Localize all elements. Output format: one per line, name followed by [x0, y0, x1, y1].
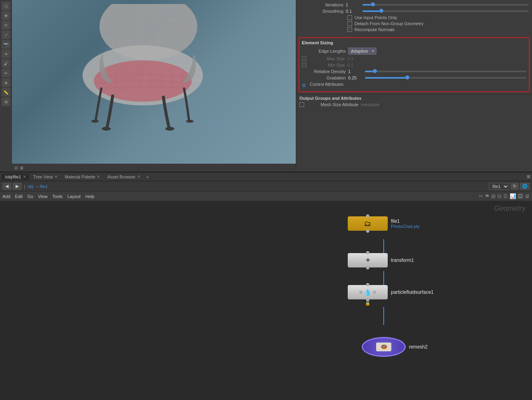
relative-density-slider[interactable]: [365, 71, 526, 72]
node-particle1-box[interactable]: 💧 🔒: [348, 285, 388, 299]
use-input-row: Use Input Points Only: [299, 15, 529, 20]
iterations-value[interactable]: 1: [346, 2, 360, 7]
min-size-value: 0.1: [347, 63, 362, 67]
node-transform1-connector-bottom[interactable]: [366, 266, 369, 269]
globe-button[interactable]: 🌐: [520, 183, 530, 190]
edge-lengths-select[interactable]: Adaptive Uniform: [348, 48, 377, 55]
reload-button[interactable]: ↻: [511, 183, 518, 190]
tab-obj-file1[interactable]: /obj/file1 ✕: [2, 174, 29, 180]
gradation-label: Gradation: [302, 75, 346, 80]
breadcrumb-separator: |: [24, 184, 25, 189]
tab-add-icon[interactable]: +: [144, 174, 151, 180]
smoothing-value[interactable]: 0.1: [346, 9, 360, 14]
menu-list-icon[interactable]: ☰: [503, 193, 508, 199]
mesh-size-input[interactable]: [361, 102, 393, 107]
iterations-label: Iterations: [299, 2, 343, 7]
viewport-grid-icon: ⊞: [20, 166, 23, 170]
node-particle1[interactable]: 💧 🔒 particlefluidsurface1: [348, 285, 434, 299]
output-groups-header: Output Groups and Attributes: [299, 96, 529, 101]
magnet-icon[interactable]: ⚙: [2, 97, 10, 106]
forward-button[interactable]: ▶: [13, 183, 22, 190]
menu-add[interactable]: Add: [2, 194, 10, 199]
tab-asset-browser[interactable]: Asset Browser ✕: [104, 174, 143, 180]
menu-edit[interactable]: Edit: [15, 194, 23, 199]
menu-scissors-icon[interactable]: ✂: [479, 193, 483, 199]
tab-panel-icon[interactable]: ⊞: [527, 174, 530, 179]
move-icon[interactable]: ✥: [2, 11, 10, 20]
mesh-size-label: Mesh Size Attribute: [307, 102, 359, 107]
smoothing-slider[interactable]: [363, 10, 529, 12]
node-view-select[interactable]: file1: [489, 183, 509, 190]
node-particle1-connector-top[interactable]: [366, 283, 369, 286]
tab-asset-browser-label: Asset Browser: [107, 174, 135, 179]
tab-material-palette-close-icon[interactable]: ✕: [97, 174, 100, 179]
node-remesh2-box[interactable]: 🍩: [362, 337, 406, 357]
menu-view[interactable]: View: [38, 194, 48, 199]
menu-image-icon[interactable]: 🖼: [518, 193, 523, 199]
output-groups-section: Output Groups and Attributes Mesh Size A…: [296, 94, 532, 109]
tab-tree-view-close-icon[interactable]: ✕: [54, 174, 58, 179]
particle-dot2: [373, 291, 376, 294]
menu-help[interactable]: Help: [86, 194, 95, 199]
node-remesh2[interactable]: 🍩 remesh2: [362, 337, 428, 357]
back-button[interactable]: ◀: [2, 183, 11, 190]
node-file1-sublabel: PhotoChair.ply: [391, 224, 420, 229]
connection-lines: [0, 201, 532, 400]
menu-flag-icon[interactable]: ⚑: [485, 193, 490, 199]
pen-icon[interactable]: ✏: [2, 69, 10, 77]
select-icon[interactable]: ⬡: [2, 2, 10, 10]
mesh-size-checkbox[interactable]: [299, 102, 304, 107]
control-attributes-label: Control Attributes: [310, 82, 343, 87]
node-transform1-box[interactable]: ✦: [348, 253, 388, 267]
edge-lengths-dropdown-wrapper[interactable]: Adaptive Uniform ▼: [348, 48, 377, 55]
node-editor-tabs: /obj/file1 ✕ Tree View ✕ Material Palett…: [0, 172, 532, 181]
tab-material-palette[interactable]: Material Palette ✕: [62, 174, 103, 180]
paint-icon[interactable]: 🖌: [2, 59, 10, 68]
gradation-value[interactable]: 0.25: [348, 75, 363, 80]
light-icon[interactable]: ☀: [2, 50, 10, 58]
tab-asset-browser-close-icon[interactable]: ✕: [137, 174, 140, 179]
node-file1-connector-bottom[interactable]: [366, 230, 369, 233]
scale-icon[interactable]: ⤢: [2, 30, 10, 39]
menu-grid-icon[interactable]: ⊞: [491, 193, 496, 199]
rotate-icon[interactable]: ↻: [2, 21, 10, 30]
node-file1-connector-top[interactable]: [366, 214, 369, 218]
menu-tools[interactable]: Tools: [52, 194, 63, 199]
menu-screen-icon[interactable]: 🖥: [524, 193, 530, 199]
recompute-row: ✓ Recompute Normals: [299, 27, 529, 32]
detach-checkbox[interactable]: [347, 21, 352, 26]
node-file1[interactable]: 🗂 file1 PhotoChair.ply: [348, 216, 420, 231]
menu-grid2-icon[interactable]: ⊟: [497, 193, 502, 199]
recompute-checkbox[interactable]: ✓: [347, 27, 352, 32]
left-toolbar: ⬡ ✥ ↻ ⤢ 📷 ☀ 🖌 ✏ ⊕ 📏 ⚙: [0, 0, 12, 172]
viewport-mode-icon: ⊡: [14, 166, 18, 170]
svg-rect-7: [66, 113, 254, 132]
viewport-3d[interactable]: ⬡ ✥ ↻ ⤢ 📷 ☀ 🖌 ✏ ⊕ 📏 ⚙: [0, 0, 296, 172]
use-input-checkbox[interactable]: [347, 15, 352, 20]
menu-layout[interactable]: Layout: [68, 194, 81, 199]
edge-lengths-row: Edge Lengths Adaptive Uniform ▼: [302, 48, 526, 55]
camera-icon[interactable]: 📷: [2, 40, 10, 49]
gradation-slider[interactable]: [365, 77, 526, 79]
menu-chart-icon[interactable]: 📊: [510, 193, 516, 199]
menu-go[interactable]: Go: [28, 194, 34, 199]
node-file1-box[interactable]: 🗂: [348, 216, 388, 231]
tab-obj-file1-close-icon[interactable]: ✕: [23, 174, 26, 179]
snap-icon[interactable]: ⊕: [2, 78, 10, 87]
measure-icon[interactable]: 📏: [2, 88, 10, 97]
node-transform1-connector-top[interactable]: [366, 251, 369, 254]
iterations-slider[interactable]: [363, 4, 529, 6]
node-editor: /obj/file1 ✕ Tree View ✕ Material Palett…: [0, 172, 532, 400]
relative-density-value[interactable]: 1: [348, 69, 363, 74]
node-editor-menu: Add Edit Go View Tools Layout Help ✂ ⚑ ⊞…: [0, 192, 532, 201]
mesh-size-row: Mesh Size Attribute: [299, 102, 529, 107]
remesh-inner-icon: 🍩: [381, 344, 387, 350]
node-particle1-name: particlefluidsurface1: [391, 289, 434, 295]
node-canvas[interactable]: Geometry 🗂 file1 PhotoChair.ply: [0, 201, 532, 400]
max-size-label: Max Size: [309, 56, 345, 61]
relative-density-row: Relative Density 1: [302, 69, 526, 74]
tab-tree-view[interactable]: Tree View ✕: [30, 174, 61, 180]
node-transform1[interactable]: ✦ transform1: [348, 253, 414, 267]
node-file1-name: file1: [391, 218, 420, 224]
max-size-value: 0.1: [347, 56, 362, 61]
